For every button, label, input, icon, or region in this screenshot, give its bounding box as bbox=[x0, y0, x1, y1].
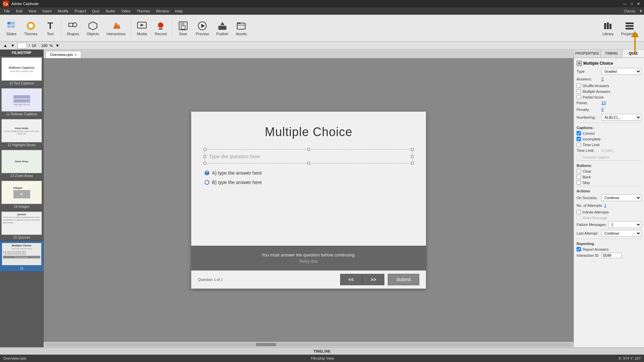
menu-window[interactable]: Window bbox=[153, 8, 172, 14]
radio-b[interactable] bbox=[205, 180, 209, 185]
slide-up-button[interactable]: ▲ bbox=[3, 43, 8, 48]
toolbar-media[interactable]: Media bbox=[133, 17, 151, 40]
menu-file[interactable]: File bbox=[1, 8, 13, 14]
partial-score-checkbox[interactable] bbox=[577, 95, 581, 99]
toolbar-text[interactable]: T Text bbox=[42, 17, 59, 40]
canvas-container[interactable]: Multiple Choice Type the question here bbox=[44, 58, 574, 342]
list-item[interactable]: Rollover Captions some text content here… bbox=[0, 56, 43, 87]
resize-handle-tr[interactable] bbox=[411, 148, 414, 151]
window-controls[interactable]: — □ ✕ bbox=[622, 2, 641, 6]
toolbar-record[interactable]: Record bbox=[151, 17, 170, 40]
menu-project[interactable]: Project bbox=[72, 8, 89, 14]
prev-button[interactable]: << bbox=[340, 274, 362, 285]
tab-overview[interactable]: Overview.cptx ✕ bbox=[46, 51, 81, 58]
next-button[interactable]: >> bbox=[362, 274, 384, 285]
tab-timing[interactable]: TIMING bbox=[601, 50, 623, 58]
resize-handle-bl[interactable] bbox=[204, 162, 206, 165]
view-mode[interactable]: Classic bbox=[624, 9, 638, 13]
answer-label-a[interactable]: A) type the answer here bbox=[212, 170, 262, 176]
slides-label: Slides bbox=[6, 32, 16, 36]
radio-a[interactable] bbox=[205, 171, 209, 175]
question-box[interactable]: Type the question here bbox=[205, 149, 413, 164]
list-item[interactable]: Images 🖼 14 Images bbox=[0, 179, 43, 210]
toolbar-objects[interactable]: Objects bbox=[83, 17, 102, 40]
tab-close-button[interactable]: ✕ bbox=[74, 53, 77, 57]
menu-insert[interactable]: Insert bbox=[40, 8, 54, 14]
resize-handle-br[interactable] bbox=[411, 162, 414, 165]
resize-handle-tm[interactable] bbox=[307, 148, 310, 151]
last-attempt-select[interactable]: Continue bbox=[601, 230, 641, 237]
points-value[interactable]: 10 bbox=[601, 101, 606, 105]
back-button-checkbox[interactable] bbox=[577, 175, 581, 179]
list-item[interactable]: Quizzes If you want to add an assessment… bbox=[0, 210, 43, 241]
penalty-value[interactable]: 0 bbox=[601, 107, 604, 112]
clear-button-checkbox[interactable] bbox=[577, 169, 581, 173]
slide-down-button[interactable]: ▼ bbox=[10, 43, 15, 48]
up-arrow-icon bbox=[631, 31, 639, 37]
close-button[interactable]: ✕ bbox=[636, 2, 641, 6]
menu-audio[interactable]: Audio bbox=[103, 8, 118, 14]
incomplete-caption-checkbox[interactable] bbox=[577, 137, 581, 141]
interaction-id-label: Interaction ID bbox=[577, 253, 600, 257]
numbering-select[interactable]: A),B),C),... bbox=[601, 114, 641, 121]
time-limit-label: Time Limit: bbox=[577, 148, 600, 153]
answers-value[interactable]: 2 bbox=[601, 77, 604, 81]
answer-label-b[interactable]: B) type the answer here bbox=[212, 180, 262, 185]
failure-messages-label: Failure Messages: bbox=[577, 223, 607, 227]
menu-edit[interactable]: Edit bbox=[13, 8, 25, 14]
interaction-id-input[interactable] bbox=[601, 253, 622, 258]
type-select[interactable]: Graded bbox=[601, 68, 641, 75]
status-view: Filmstrip View bbox=[311, 356, 334, 360]
menu-quiz[interactable]: Quiz bbox=[90, 8, 103, 14]
toolbar-themes[interactable]: Themes bbox=[21, 17, 41, 40]
answer-option-a[interactable]: A) type the answer here bbox=[205, 170, 413, 176]
question-placeholder[interactable]: Type the question here bbox=[209, 154, 408, 159]
attempts-value[interactable]: 1 bbox=[604, 203, 606, 208]
toolbar-interactions[interactable]: Interactions bbox=[103, 17, 129, 40]
toolbar-slides[interactable]: Slides bbox=[3, 17, 20, 40]
reporting-section-title: Reporting bbox=[577, 242, 641, 246]
resize-handle-tl[interactable] bbox=[204, 148, 206, 151]
menu-modify[interactable]: Modify bbox=[55, 8, 71, 14]
menu-themes[interactable]: Themes bbox=[134, 8, 153, 14]
timeout-caption-checkbox[interactable] bbox=[577, 155, 581, 159]
toolbar-publish[interactable]: Publish bbox=[213, 17, 232, 40]
menu-view[interactable]: View bbox=[26, 8, 39, 14]
toolbar-save[interactable]: Save bbox=[174, 17, 192, 40]
toolbar-shapes[interactable]: Shapes bbox=[63, 17, 83, 40]
report-answers-checkbox[interactable] bbox=[577, 247, 581, 251]
on-success-select[interactable]: Continue bbox=[601, 194, 641, 201]
retry-message-checkbox[interactable] bbox=[577, 216, 581, 220]
menu-help[interactable]: Help bbox=[172, 8, 185, 14]
time-limit-caption-checkbox[interactable] bbox=[577, 142, 581, 147]
slide-number-input[interactable]: 16 bbox=[17, 43, 27, 49]
shuffle-answers-checkbox[interactable] bbox=[577, 83, 581, 88]
list-item[interactable]: Zoom Areas 13 Zoom Areas bbox=[0, 148, 43, 179]
minimize-button[interactable]: — bbox=[622, 2, 628, 6]
answer-option-b[interactable]: B) type the answer here bbox=[205, 180, 413, 185]
toolbar-preview[interactable]: Preview bbox=[193, 17, 212, 40]
infinite-attempts-checkbox[interactable] bbox=[577, 210, 581, 214]
toolbar-assets[interactable]: Assets bbox=[232, 17, 250, 40]
svg-rect-12 bbox=[159, 28, 163, 29]
submit-button[interactable]: Submit bbox=[388, 274, 419, 285]
correct-caption-checkbox[interactable] bbox=[577, 131, 581, 135]
toolbar-library[interactable]: Library bbox=[599, 17, 617, 40]
skip-button-checkbox[interactable] bbox=[577, 180, 581, 185]
menu-video[interactable]: Video bbox=[118, 8, 133, 14]
list-item[interactable]: Multiple Choice Type the question here ●… bbox=[0, 241, 43, 272]
resize-handle-bm[interactable] bbox=[307, 162, 310, 165]
svg-marker-19 bbox=[220, 22, 224, 25]
horizontal-scrollbar[interactable] bbox=[44, 342, 574, 347]
failure-count-select[interactable]: 1 bbox=[608, 221, 641, 228]
list-item[interactable]: Zoom Areas some content here with more t… bbox=[0, 118, 43, 148]
resize-handle-mr[interactable] bbox=[411, 155, 414, 158]
multiple-answers-checkbox[interactable] bbox=[577, 89, 581, 94]
tab-properties[interactable]: PROPERTIES bbox=[574, 50, 601, 58]
resize-handle-ml[interactable] bbox=[204, 155, 206, 158]
attempts-label: No. of Attempts: bbox=[577, 203, 603, 207]
last-attempt-row: Last Attempt: Continue bbox=[577, 230, 641, 237]
zoom-dropdown-button[interactable]: ▼ bbox=[55, 43, 60, 48]
list-item[interactable]: Highlight Boxes 11 Rollover Captions bbox=[0, 87, 43, 118]
maximize-button[interactable]: □ bbox=[629, 2, 634, 6]
